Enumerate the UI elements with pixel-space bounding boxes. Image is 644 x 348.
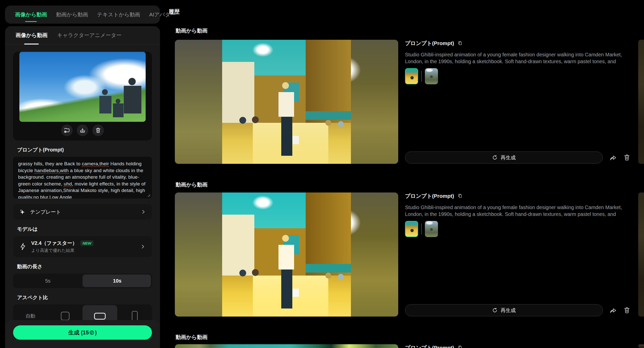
history-card-panel: プロンプト(Prompt) [405, 344, 631, 348]
trash-icon [623, 154, 630, 161]
thumbnail-divider [421, 71, 422, 82]
copy-icon[interactable] [458, 41, 463, 46]
card-actions-row: 再生成 [405, 304, 631, 317]
history-prompt-label: プロンプト(Prompt) [405, 192, 454, 200]
generate-label: 生成 (15 [68, 329, 89, 336]
share-button[interactable] [609, 306, 617, 314]
trash-icon [623, 307, 630, 314]
tab-label: テキストから動画 [97, 12, 140, 17]
tab-label: 動画から動画 [56, 12, 88, 17]
lightning-icon [20, 243, 26, 250]
import-button[interactable] [77, 125, 88, 136]
delete-image-button[interactable] [92, 125, 104, 136]
refresh-icon [492, 307, 498, 313]
subtab-image-to-video[interactable]: 画像から動画 [16, 26, 48, 44]
history-card-panel: プロンプト(Prompt) Studio Ghibli-inspired ani… [405, 40, 631, 164]
upload-actions [13, 125, 152, 136]
delete-button[interactable] [623, 307, 630, 314]
square-ratio-icon [61, 312, 69, 320]
duration-segmented-control: 5s 10s [13, 274, 152, 288]
source-thumbnail[interactable] [425, 221, 438, 237]
add-to-folder-button[interactable] [61, 125, 73, 136]
model-description: より高速で優れた結果 [31, 248, 94, 253]
model-info: V2.4（ファスター） NEW より高速で優れた結果 [31, 240, 94, 253]
history-prompt-label: プロンプト(Prompt) [405, 40, 454, 47]
next-column-video-edge [638, 344, 644, 348]
reference-thumbnails [405, 68, 438, 84]
output-thumbnail-selected[interactable] [405, 221, 418, 237]
subtab-label: 画像から動画 [16, 32, 48, 39]
model-selector[interactable]: V2.4（ファスター） NEW より高速で優れた結果 [13, 236, 152, 257]
history-card: プロンプト(Prompt) Studio Ghibli-inspired ani… [175, 40, 639, 164]
thumbnail-divider [421, 223, 422, 235]
generate-panel: 生成 (15 ) [5, 320, 160, 348]
regenerate-label: 再生成 [501, 154, 516, 161]
chevron-right-icon [141, 209, 146, 214]
history-group-label: 動画から動画 [176, 181, 208, 188]
history-prompt-text: Studio Ghibli-inspired animation of a yo… [405, 51, 631, 65]
regenerate-button[interactable]: 再生成 [405, 304, 603, 316]
app-root: { "app": { "background": "#000000", "acc… [0, 0, 644, 348]
tab-label: AIアバター [149, 12, 176, 17]
prompt-text-content: grassy hills, they are Back to camera,th… [18, 161, 145, 199]
import-icon [79, 127, 86, 133]
upload-card [13, 52, 152, 140]
trash-icon [95, 127, 101, 133]
landscape-ratio-icon [94, 313, 106, 320]
output-thumbnail-selected[interactable] [405, 68, 418, 84]
uploaded-image-preview[interactable] [19, 52, 146, 122]
template-row[interactable]: テンプレート [13, 204, 152, 220]
duration-option-10s[interactable]: 10s [83, 274, 152, 288]
generate-button[interactable]: 生成 (15 ) [13, 325, 152, 340]
prompt-textarea[interactable]: grassy hills, they are Back to camera,th… [13, 157, 152, 199]
portrait-ratio-icon [132, 311, 138, 321]
video-thumbnail[interactable] [175, 40, 398, 164]
sparkle-icon [19, 209, 26, 215]
duration-option-5s[interactable]: 5s [13, 274, 83, 288]
regenerate-button[interactable]: 再生成 [405, 151, 603, 164]
tab-text-to-video[interactable]: テキストから動画 [97, 11, 140, 18]
history-group-label: 動画から動画 [176, 334, 208, 341]
history-card: プロンプト(Prompt) Studio Ghibli-inspired ani… [175, 192, 639, 317]
tab-image-to-video[interactable]: 画像から動画 [15, 11, 47, 18]
copy-icon[interactable] [458, 194, 463, 199]
source-thumbnail[interactable] [425, 68, 438, 84]
tab-ai-avatar[interactable]: AIアバター [149, 11, 176, 18]
sub-tab-bar: 画像から動画 キャラクターアニメーター [5, 26, 160, 44]
prompt-section-label: プロンプト(Prompt) [17, 146, 160, 153]
card-actions-row: 再生成 [405, 151, 631, 164]
template-label: テンプレート [30, 209, 61, 215]
model-name: V2.4（ファスター） [31, 240, 77, 247]
copy-icon[interactable] [458, 345, 463, 348]
active-tab-underline [25, 21, 37, 22]
share-icon [609, 154, 617, 161]
tab-video-to-video[interactable]: 動画から動画 [56, 11, 88, 18]
next-column-video-edge [638, 192, 644, 317]
delete-button[interactable] [623, 154, 630, 161]
share-icon [609, 306, 617, 314]
sidebar-panel: 画像から動画 キャラクターアニメーター [5, 26, 160, 348]
duration-section-label: 動画の長さ [17, 263, 160, 270]
history-card-panel: プロンプト(Prompt) Studio Ghibli-inspired ani… [405, 192, 631, 317]
subtab-character-animator[interactable]: キャラクターアニメーター [57, 26, 122, 44]
aspect-auto-label: 自動 [26, 313, 35, 319]
next-column-video-edge [638, 40, 644, 164]
generate-label-suffix: ) [95, 329, 97, 336]
history-group-label: 動画から動画 [176, 27, 208, 34]
mode-tab-bar: 画像から動画 動画から動画 テキストから動画 AIアバター [5, 6, 160, 24]
subtab-label: キャラクターアニメーター [57, 32, 122, 39]
history-prompt-label: プロンプト(Prompt) [405, 344, 454, 348]
coin-icon [89, 330, 94, 335]
active-subtab-underline [24, 44, 39, 45]
aspect-section-label: アスペクト比 [17, 294, 160, 301]
add-to-folder-icon [64, 127, 70, 133]
share-button[interactable] [609, 154, 617, 161]
new-badge: NEW [80, 240, 94, 246]
refresh-icon [492, 155, 498, 160]
regenerate-label: 再生成 [501, 307, 516, 314]
reference-thumbnails [405, 221, 438, 237]
video-thumbnail[interactable] [175, 344, 398, 348]
video-thumbnail[interactable] [175, 192, 398, 317]
chevron-right-icon [140, 244, 145, 249]
textarea-resize-handle[interactable] [147, 193, 150, 197]
